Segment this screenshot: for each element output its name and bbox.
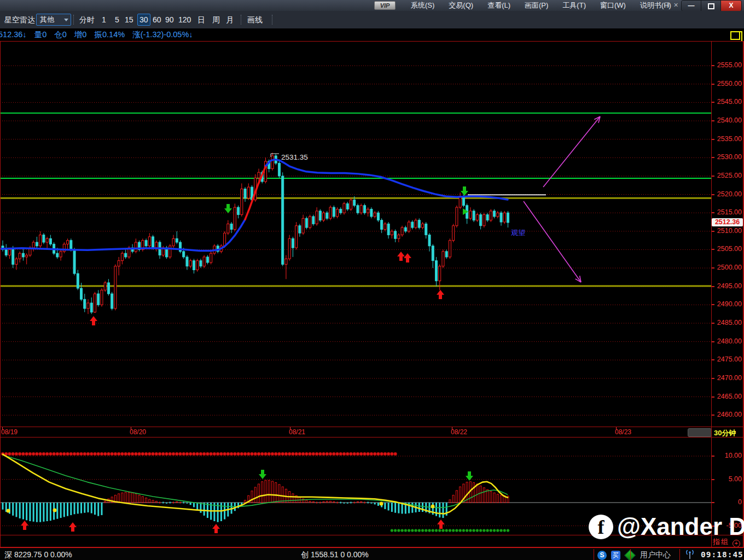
separator [73, 15, 74, 25]
price-axis-label: 2515.00 [717, 208, 742, 216]
period-5[interactable]: 5 [115, 11, 119, 28]
category-dropdown[interactable]: 其他 [36, 14, 71, 26]
price-axis-label: 2485.00 [717, 319, 742, 326]
axis-tick [712, 194, 714, 195]
maximize-button[interactable] [701, 1, 721, 11]
axis-tick [712, 304, 714, 305]
price-axis: 2512.36 30分钟 指组 + 2555.002550.002545.002… [712, 41, 743, 547]
axis-tick [712, 139, 714, 140]
date-tick [616, 427, 617, 429]
quote-info-bar: 512.36↓ 量0 仓0 增0 振0.14% 涨(-1.32)-0.05%↓ [0, 28, 744, 41]
period-60[interactable]: 60 [153, 11, 161, 28]
trend-arrows [524, 116, 600, 282]
chart-border-mid2 [0, 437, 744, 438]
period-90[interactable]: 90 [165, 11, 174, 28]
title-bar: VIP 系统(S) 交易(Q) 查看(L) 画面(P) 工具(T) 窗口(W) … [0, 0, 744, 11]
draw-line-button[interactable]: 画线 [247, 11, 263, 28]
date-label: 08/23 [615, 428, 631, 436]
price-axis-label: 2505.00 [717, 245, 742, 253]
indicator-axis-label: 0 [738, 498, 742, 506]
axis-tick [712, 176, 714, 177]
layout-split-icon-bar [740, 31, 742, 42]
axis-tick [712, 396, 714, 398]
date-label: 08/19 [1, 428, 18, 436]
axis-tick [712, 231, 714, 232]
price-axis-label: 2480.00 [717, 337, 742, 345]
period-month[interactable]: 月 [226, 11, 234, 28]
clock-time: 09:18:45 [701, 550, 743, 559]
axis-tick [712, 120, 714, 121]
axis-tick [712, 249, 714, 250]
green-signal-dots [391, 529, 509, 532]
menu-help[interactable]: 说明书(H) [633, 0, 678, 11]
scrollbar-thumb[interactable] [688, 428, 712, 437]
close-button[interactable]: X [721, 1, 741, 11]
inner-close-icon[interactable]: ✕ [673, 2, 678, 8]
menu-window[interactable]: 窗口(W) [593, 0, 633, 11]
indicator-axis-label: 5.00 [729, 475, 742, 483]
radar-label[interactable]: 星空雷达 [4, 11, 35, 28]
price-axis-label: 2465.00 [717, 393, 742, 400]
open-interest-field: 仓0 [54, 30, 67, 39]
period-day[interactable]: 日 [197, 11, 205, 28]
period-120[interactable]: 120 [178, 11, 191, 28]
index-shenzhen[interactable]: 深 8229.75 0 0.00% [4, 550, 72, 559]
period-week[interactable]: 周 [212, 11, 220, 28]
index-chuangye[interactable]: 创 1558.51 0 0.00% [301, 550, 369, 559]
user-center-link[interactable]: 用户中心 [640, 550, 671, 559]
menu-view[interactable]: 查看(L) [480, 0, 518, 11]
watermark-handle: @Xander Du [617, 513, 744, 540]
dea-line [3, 455, 508, 508]
price-gridlines [0, 66, 711, 415]
separator [630, 549, 631, 560]
vip-badge: VIP [374, 1, 396, 10]
price-axis-label: 2460.00 [717, 411, 742, 418]
separator [241, 15, 241, 25]
period-15[interactable]: 15 [125, 11, 133, 28]
change-field: 涨(-1.32)-0.05%↓ [132, 30, 193, 39]
price-axis-label: 2545.00 [717, 98, 742, 106]
menu-system[interactable]: 系统(S) [404, 0, 441, 11]
date-tick [131, 427, 131, 429]
period-30-active[interactable]: 30 [137, 14, 150, 26]
price-axis-label: 2510.00 [717, 227, 742, 235]
main-candlestick-chart[interactable]: 2531.35观望 [0, 41, 711, 427]
s-app-icon[interactable]: S [597, 551, 607, 560]
axis-tick [712, 84, 714, 85]
axis-tick [712, 102, 714, 103]
watermark: f @Xander Du [589, 513, 744, 540]
axis-border-left [711, 41, 712, 547]
date-label: 08/20 [130, 428, 146, 436]
period-fenshi[interactable]: 分时 [79, 11, 95, 28]
layout-split-icon[interactable] [730, 31, 740, 40]
buy-app-icon[interactable]: 买 [611, 551, 620, 560]
moving-average-line [0, 160, 508, 251]
price-axis-label: 2540.00 [717, 116, 742, 124]
menu-tools[interactable]: 工具(T) [555, 0, 593, 11]
axis-tick [712, 341, 714, 342]
axis-tick [712, 415, 714, 416]
facebook-icon: f [589, 515, 613, 539]
inner-restore-icon[interactable]: ❐ [664, 2, 670, 8]
minimize-button[interactable]: — [682, 1, 701, 11]
axis-tick [712, 286, 714, 287]
toolbar: 星空雷达 其他 分时 1 5 15 30 60 90 120 日 周 月 画线 [0, 11, 744, 28]
price-axis-label: 2550.00 [717, 80, 742, 88]
chart-border-mid1 [0, 427, 744, 427]
chevron-down-icon [64, 19, 68, 21]
menu-trade[interactable]: 交易(Q) [441, 0, 480, 11]
add-indicator-icon[interactable]: + [733, 540, 740, 547]
price-axis-label: 2525.00 [717, 172, 742, 179]
menu-screen[interactable]: 画面(P) [518, 0, 555, 11]
chart-border-top [0, 41, 744, 42]
period-1[interactable]: 1 [102, 11, 106, 28]
high-price-label: 2531.35 [281, 153, 308, 161]
price-axis-label: 2520.00 [717, 190, 742, 198]
price-axis-label: 2500.00 [717, 264, 742, 271]
date-label: 08/22 [451, 428, 467, 436]
date-tick [290, 427, 290, 429]
separator [272, 15, 272, 25]
price-axis-label: 2495.00 [717, 282, 742, 290]
watch-annotation: 观望 [511, 229, 525, 237]
price-axis-label: 2530.00 [717, 153, 742, 161]
